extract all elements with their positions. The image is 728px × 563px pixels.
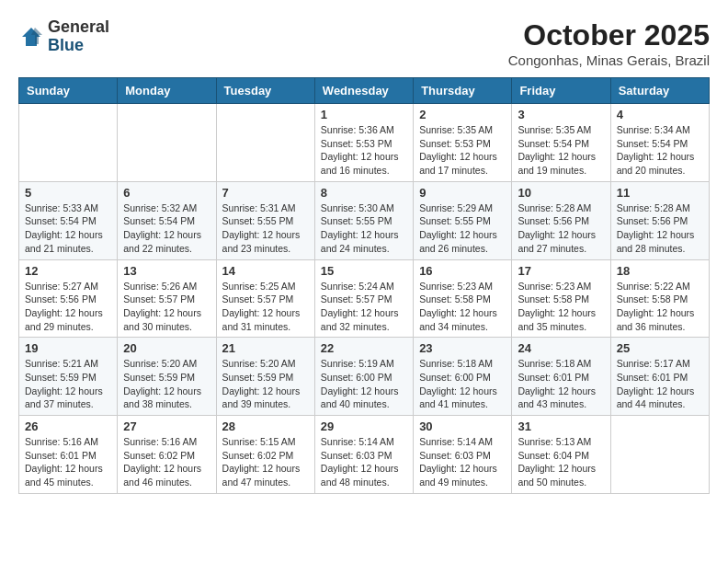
calendar-table: SundayMondayTuesdayWednesdayThursdayFrid…	[18, 77, 710, 494]
calendar-week-5: 26Sunrise: 5:16 AMSunset: 6:01 PMDayligh…	[19, 416, 710, 494]
calendar-day-26: 26Sunrise: 5:16 AMSunset: 6:01 PMDayligh…	[19, 416, 118, 494]
day-number: 17	[518, 264, 604, 278]
day-info: Sunrise: 5:20 AMSunset: 5:59 PMDaylight:…	[123, 357, 210, 411]
calendar-day-29: 29Sunrise: 5:14 AMSunset: 6:03 PMDayligh…	[314, 416, 413, 494]
calendar-day-22: 22Sunrise: 5:19 AMSunset: 6:00 PMDayligh…	[314, 338, 413, 416]
day-number: 7	[222, 186, 309, 200]
weekday-header-monday: Monday	[118, 78, 216, 104]
day-number: 11	[617, 186, 703, 200]
calendar-day-11: 11Sunrise: 5:28 AMSunset: 5:56 PMDayligh…	[610, 181, 709, 259]
calendar-day-28: 28Sunrise: 5:15 AMSunset: 6:02 PMDayligh…	[216, 416, 314, 494]
empty-cell	[216, 104, 314, 182]
weekday-header-saturday: Saturday	[610, 78, 709, 104]
day-number: 8	[321, 186, 407, 200]
day-number: 3	[518, 108, 604, 121]
weekday-header-wednesday: Wednesday	[314, 78, 413, 104]
day-number: 21	[222, 341, 309, 355]
calendar-day-7: 7Sunrise: 5:31 AMSunset: 5:55 PMDaylight…	[216, 181, 314, 259]
day-info: Sunrise: 5:14 AMSunset: 6:03 PMDaylight:…	[321, 435, 407, 489]
day-info: Sunrise: 5:25 AMSunset: 5:57 PMDaylight:…	[222, 280, 309, 334]
day-number: 10	[518, 186, 604, 200]
day-number: 1	[321, 108, 407, 121]
page-header: General Blue October 2025 Congonhas, Min…	[18, 18, 710, 68]
day-number: 18	[617, 264, 703, 278]
day-info: Sunrise: 5:34 AMSunset: 5:54 PMDaylight:…	[617, 123, 703, 178]
calendar-day-18: 18Sunrise: 5:22 AMSunset: 5:58 PMDayligh…	[610, 259, 709, 338]
calendar-day-2: 2Sunrise: 5:35 AMSunset: 5:53 PMDaylight…	[414, 104, 512, 182]
calendar-day-14: 14Sunrise: 5:25 AMSunset: 5:57 PMDayligh…	[216, 259, 314, 338]
calendar-day-23: 23Sunrise: 5:18 AMSunset: 6:00 PMDayligh…	[414, 338, 512, 416]
day-info: Sunrise: 5:36 AMSunset: 5:53 PMDaylight:…	[321, 123, 407, 178]
calendar-day-27: 27Sunrise: 5:16 AMSunset: 6:02 PMDayligh…	[118, 416, 216, 494]
calendar-day-25: 25Sunrise: 5:17 AMSunset: 6:01 PMDayligh…	[610, 338, 709, 416]
calendar-week-2: 5Sunrise: 5:33 AMSunset: 5:54 PMDaylight…	[19, 181, 710, 259]
day-number: 2	[419, 108, 506, 121]
day-number: 27	[123, 419, 210, 433]
day-info: Sunrise: 5:28 AMSunset: 5:56 PMDaylight:…	[617, 201, 703, 256]
day-number: 28	[222, 419, 309, 433]
day-number: 12	[25, 264, 111, 278]
calendar-day-3: 3Sunrise: 5:35 AMSunset: 5:54 PMDaylight…	[512, 104, 610, 182]
day-number: 30	[419, 419, 506, 433]
day-number: 9	[419, 186, 506, 200]
day-info: Sunrise: 5:28 AMSunset: 5:56 PMDaylight:…	[518, 201, 604, 256]
day-info: Sunrise: 5:20 AMSunset: 5:59 PMDaylight:…	[222, 357, 309, 411]
calendar-day-1: 1Sunrise: 5:36 AMSunset: 5:53 PMDaylight…	[314, 104, 413, 182]
day-number: 5	[25, 186, 111, 200]
title-area: October 2025 Congonhas, Minas Gerais, Br…	[508, 18, 710, 68]
day-info: Sunrise: 5:32 AMSunset: 5:54 PMDaylight:…	[123, 201, 210, 256]
weekday-header-thursday: Thursday	[414, 78, 512, 104]
day-info: Sunrise: 5:26 AMSunset: 5:57 PMDaylight:…	[123, 280, 210, 334]
calendar-day-20: 20Sunrise: 5:20 AMSunset: 5:59 PMDayligh…	[118, 338, 216, 416]
day-number: 24	[518, 341, 604, 355]
day-number: 13	[123, 264, 210, 278]
calendar-day-12: 12Sunrise: 5:27 AMSunset: 5:56 PMDayligh…	[19, 259, 118, 338]
calendar-day-31: 31Sunrise: 5:13 AMSunset: 6:04 PMDayligh…	[512, 416, 610, 494]
day-info: Sunrise: 5:33 AMSunset: 5:54 PMDaylight:…	[25, 201, 111, 256]
day-info: Sunrise: 5:23 AMSunset: 5:58 PMDaylight:…	[419, 280, 506, 334]
calendar-day-6: 6Sunrise: 5:32 AMSunset: 5:54 PMDaylight…	[118, 181, 216, 259]
day-info: Sunrise: 5:18 AMSunset: 6:00 PMDaylight:…	[419, 357, 506, 411]
day-number: 25	[617, 341, 703, 355]
calendar-day-24: 24Sunrise: 5:18 AMSunset: 6:01 PMDayligh…	[512, 338, 610, 416]
day-info: Sunrise: 5:19 AMSunset: 6:00 PMDaylight:…	[321, 357, 407, 411]
weekday-header-row: SundayMondayTuesdayWednesdayThursdayFrid…	[19, 78, 710, 104]
day-number: 19	[25, 341, 111, 355]
day-number: 31	[518, 419, 604, 433]
day-info: Sunrise: 5:22 AMSunset: 5:58 PMDaylight:…	[617, 280, 703, 334]
day-number: 20	[123, 341, 210, 355]
empty-cell	[19, 104, 118, 182]
calendar-day-5: 5Sunrise: 5:33 AMSunset: 5:54 PMDaylight…	[19, 181, 118, 259]
calendar-day-16: 16Sunrise: 5:23 AMSunset: 5:58 PMDayligh…	[414, 259, 512, 338]
weekday-header-sunday: Sunday	[19, 78, 118, 104]
day-number: 26	[25, 419, 111, 433]
day-number: 22	[321, 341, 407, 355]
calendar-day-9: 9Sunrise: 5:29 AMSunset: 5:55 PMDaylight…	[414, 181, 512, 259]
empty-cell	[118, 104, 216, 182]
calendar-day-8: 8Sunrise: 5:30 AMSunset: 5:55 PMDaylight…	[314, 181, 413, 259]
weekday-header-friday: Friday	[512, 78, 610, 104]
calendar-week-3: 12Sunrise: 5:27 AMSunset: 5:56 PMDayligh…	[19, 259, 710, 338]
day-info: Sunrise: 5:15 AMSunset: 6:02 PMDaylight:…	[222, 435, 309, 489]
calendar-day-19: 19Sunrise: 5:21 AMSunset: 5:59 PMDayligh…	[19, 338, 118, 416]
day-info: Sunrise: 5:35 AMSunset: 5:54 PMDaylight:…	[518, 123, 604, 178]
day-number: 29	[321, 419, 407, 433]
calendar-week-1: 1Sunrise: 5:36 AMSunset: 5:53 PMDaylight…	[19, 104, 710, 182]
day-info: Sunrise: 5:18 AMSunset: 6:01 PMDaylight:…	[518, 357, 604, 411]
calendar-day-30: 30Sunrise: 5:14 AMSunset: 6:03 PMDayligh…	[414, 416, 512, 494]
calendar-day-21: 21Sunrise: 5:20 AMSunset: 5:59 PMDayligh…	[216, 338, 314, 416]
calendar-week-4: 19Sunrise: 5:21 AMSunset: 5:59 PMDayligh…	[19, 338, 710, 416]
day-number: 23	[419, 341, 506, 355]
weekday-header-tuesday: Tuesday	[216, 78, 314, 104]
logo-blue: Blue	[48, 37, 109, 55]
day-info: Sunrise: 5:17 AMSunset: 6:01 PMDaylight:…	[617, 357, 703, 411]
day-info: Sunrise: 5:14 AMSunset: 6:03 PMDaylight:…	[419, 435, 506, 489]
day-number: 16	[419, 264, 506, 278]
day-number: 15	[321, 264, 407, 278]
day-info: Sunrise: 5:31 AMSunset: 5:55 PMDaylight:…	[222, 201, 309, 256]
day-info: Sunrise: 5:27 AMSunset: 5:56 PMDaylight:…	[25, 280, 111, 334]
day-info: Sunrise: 5:24 AMSunset: 5:57 PMDaylight:…	[321, 280, 407, 334]
calendar-day-15: 15Sunrise: 5:24 AMSunset: 5:57 PMDayligh…	[314, 259, 413, 338]
day-info: Sunrise: 5:30 AMSunset: 5:55 PMDaylight:…	[321, 201, 407, 256]
day-number: 6	[123, 186, 210, 200]
